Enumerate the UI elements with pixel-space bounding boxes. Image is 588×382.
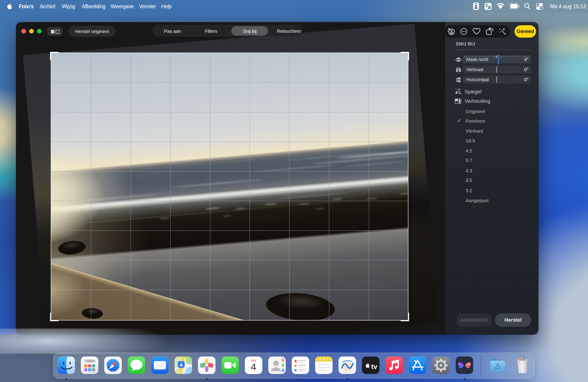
svg-text:tv: tv (371, 363, 377, 370)
svg-text:4: 4 (251, 362, 256, 372)
